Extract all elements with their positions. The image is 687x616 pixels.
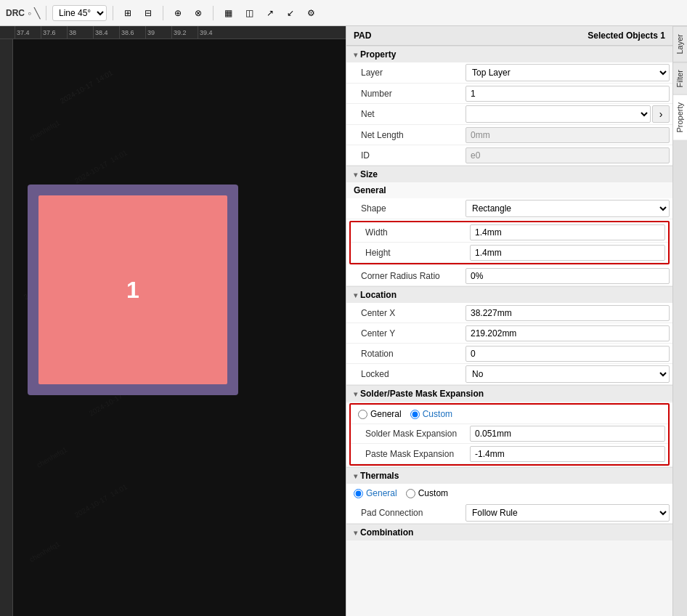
watermark-9: chenhefq1 (28, 540, 61, 564)
paste-mask-input[interactable] (470, 446, 665, 462)
ruler-mark: 38 (67, 26, 93, 38)
ruler-mark: 38.4 (93, 26, 119, 38)
location-label: Location (360, 290, 397, 300)
center-y-input[interactable] (466, 325, 670, 341)
height-label: Height (351, 245, 467, 261)
locked-value: No (463, 364, 672, 384)
paste-mask-row: Paste Mask Expansion (351, 444, 668, 464)
ruler-mark: 39.4 (198, 26, 224, 38)
toolbar-route-btn[interactable]: ⊕ (169, 6, 187, 20)
watermark-2: chenhefq1 (28, 118, 61, 142)
tab-layer[interactable]: Layer (673, 26, 687, 62)
height-row: Height (351, 243, 668, 263)
property-content: Layer Top Layer Number Net (346, 62, 672, 166)
net-select[interactable] (466, 105, 651, 123)
rotation-row: Rotation (346, 344, 672, 364)
section-location[interactable]: ▾ Location (346, 286, 672, 303)
rotation-label: Rotation (346, 346, 463, 362)
canvas-area: 37.4 37.6 38 38.4 38.6 39 39.2 39.4 2024… (0, 26, 346, 616)
net-length-input (466, 127, 670, 143)
layer-value: Top Layer (463, 62, 672, 83)
height-value (467, 243, 668, 262)
pad-element[interactable]: 1 (28, 185, 238, 395)
pad-connection-label: Pad Connection (346, 505, 463, 521)
solder-general-radio-label[interactable]: General (358, 409, 402, 419)
solder-mask-label: Solder Mask Expansion (351, 426, 467, 442)
panel-title: PAD (354, 31, 371, 41)
width-label: Width (351, 224, 467, 240)
number-input[interactable] (466, 86, 670, 102)
locked-select[interactable]: No (466, 365, 670, 383)
toolbar-route2-btn[interactable]: ⊗ (190, 6, 207, 20)
solder-custom-radio[interactable] (410, 410, 420, 419)
toolbar-grid2-btn[interactable]: ⊟ (139, 6, 157, 20)
solder-highlight: General Custom Solder Mask Expansion (349, 403, 670, 466)
toolbar-export-btn[interactable]: ↗ (261, 6, 279, 20)
center-x-value (463, 304, 672, 323)
tab-property[interactable]: Property (673, 94, 687, 140)
toolbar-sep-3 (163, 6, 163, 20)
right-panel: PAD Selected Objects 1 ▾ Property Layer … (346, 26, 687, 616)
solder-mask-value (467, 424, 668, 443)
line-angle-select[interactable]: Line 45° (52, 5, 107, 21)
solder-radio-group: General Custom (351, 405, 668, 423)
watermark-7: chenhefq1 (35, 445, 68, 469)
locked-row: Locked No (346, 364, 672, 385)
solder-general-radio[interactable] (358, 410, 367, 419)
toolbar-grid-btn[interactable]: ⊞ (119, 6, 137, 20)
section-property[interactable]: ▾ Property (346, 46, 672, 62)
size-content: General Shape Rectangle Width (346, 182, 672, 286)
thermals-general-radio-label[interactable]: General (354, 488, 397, 498)
number-label: Number (346, 86, 463, 102)
height-input[interactable] (470, 245, 665, 261)
thermals-custom-radio-label[interactable]: Custom (406, 488, 448, 498)
location-arrow: ▾ (354, 291, 357, 299)
property-label: Property (360, 49, 396, 60)
corner-radius-row: Corner Radius Ratio (346, 266, 672, 286)
toolbar-import-btn[interactable]: ↙ (282, 6, 299, 20)
watermark-1: 2024-10-17 14:01 (59, 68, 114, 105)
tab-filter[interactable]: Filter (673, 62, 687, 94)
solder-content: General Custom Solder Mask Expansion (346, 403, 672, 466)
toolbar-drc-btn[interactable]: ◫ (240, 6, 259, 20)
ruler-mark: 39.2 (171, 26, 198, 38)
canvas-content[interactable]: 2024-10-17 14:01 chenhefq1 2024-10-17 14… (13, 39, 346, 616)
shape-select[interactable]: Rectangle (466, 200, 670, 217)
panel-header: PAD Selected Objects 1 (346, 26, 672, 46)
solder-label: Solder/Paste Mask Expansion (360, 389, 484, 399)
shape-value: Rectangle (463, 198, 672, 219)
net-arrow-btn[interactable]: › (652, 105, 670, 123)
toolbar-place-btn[interactable]: ▦ (219, 6, 237, 20)
section-thermals[interactable]: ▾ Thermals (346, 467, 672, 484)
thermals-radio-group: General Custom (346, 484, 672, 503)
layer-row: Layer Top Layer (346, 62, 672, 84)
thermals-arrow: ▾ (354, 472, 357, 480)
solder-mask-row: Solder Mask Expansion (351, 423, 668, 444)
center-x-input[interactable] (466, 305, 670, 321)
pad-connection-select[interactable]: Follow Rule (466, 504, 670, 522)
location-content: Center X Center Y Rotation (346, 303, 672, 385)
solder-custom-radio-label[interactable]: Custom (410, 409, 452, 419)
toolbar-settings-btn[interactable]: ⚙ (302, 6, 320, 20)
layer-label: Layer (346, 65, 463, 81)
section-solder[interactable]: ▾ Solder/Paste Mask Expansion (346, 385, 672, 402)
thermals-custom-radio[interactable] (406, 489, 415, 498)
layer-select[interactable]: Top Layer (466, 64, 670, 81)
width-input[interactable] (470, 224, 665, 240)
combination-label: Combination (360, 527, 413, 538)
pad-connection-row: Pad Connection Follow Rule (346, 503, 672, 524)
net-input-wrap (466, 105, 651, 123)
thermals-general-radio[interactable] (354, 489, 363, 498)
section-combination[interactable]: ▾ Combination (346, 524, 672, 540)
ruler-mark: 38.6 (119, 26, 145, 38)
corner-radius-input[interactable] (466, 268, 670, 284)
solder-mask-input[interactable] (470, 426, 665, 442)
rotation-input[interactable] (466, 346, 670, 362)
panel-selected-info: Selected Objects 1 (588, 31, 665, 41)
size-arrow: ▾ (354, 171, 357, 179)
thermals-content: General Custom Pad Connection Follow Rul… (346, 484, 672, 524)
width-value (467, 223, 668, 242)
toolbar-sep-2 (113, 6, 113, 20)
section-size[interactable]: ▾ Size (346, 166, 672, 182)
paste-mask-label: Paste Mask Expansion (351, 446, 467, 462)
